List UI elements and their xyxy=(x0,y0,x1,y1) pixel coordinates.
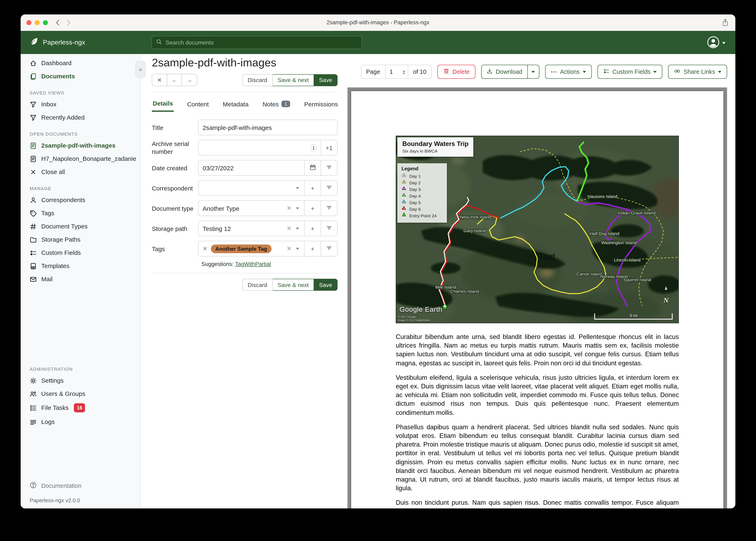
user-menu[interactable] xyxy=(707,36,725,50)
storage-path-select[interactable]: Testing 12 ✕ xyxy=(198,221,304,236)
asn-plus-one-button[interactable]: +1 xyxy=(321,140,337,155)
edit-tabs: Details Content Metadata Notes1 Permissi… xyxy=(152,98,338,112)
custom-fields-icon xyxy=(603,68,610,76)
add-tag-button[interactable]: + xyxy=(304,241,321,256)
document-type-select[interactable]: Another Type ✕ xyxy=(198,201,304,216)
calendar-button[interactable] xyxy=(304,161,321,175)
close-window-button[interactable] xyxy=(26,20,31,25)
custom-fields-icon xyxy=(30,249,37,256)
sidebar-item-inbox[interactable]: Inbox xyxy=(21,98,140,111)
map-island-label: Washington Island xyxy=(601,240,637,245)
sidebar-collapse-button[interactable]: « xyxy=(135,61,146,78)
correspondent-filter-button[interactable] xyxy=(321,181,337,196)
asn-stepper[interactable]: ▲▼ xyxy=(311,144,317,151)
search-bar[interactable] xyxy=(151,36,362,49)
tab-notes[interactable]: Notes1 xyxy=(262,98,291,112)
sidebar-item-dashboard[interactable]: Dashboard xyxy=(21,57,140,70)
share-icon[interactable] xyxy=(722,19,729,28)
app-brand[interactable]: Paperless-ngx xyxy=(30,37,85,48)
delete-button[interactable]: Delete xyxy=(438,65,476,79)
search-input[interactable] xyxy=(165,39,357,46)
hash-icon xyxy=(30,223,37,230)
add-storage-path-button[interactable]: + xyxy=(304,221,321,236)
add-document-type-button[interactable]: + xyxy=(304,201,321,216)
clear-icon[interactable]: ✕ xyxy=(287,245,292,253)
next-document-button[interactable]: → xyxy=(182,74,197,86)
sidebar-item-documentation[interactable]: Documentation xyxy=(21,479,140,492)
previous-document-button[interactable]: ← xyxy=(167,74,182,86)
title-input[interactable] xyxy=(203,124,333,131)
legend-swatch-icon xyxy=(402,212,406,219)
sidebar-item-documents[interactable]: Documents xyxy=(21,70,140,83)
tab-content[interactable]: Content xyxy=(186,98,209,112)
share-links-dropdown[interactable]: Share Links xyxy=(668,65,727,79)
custom-fields-dropdown[interactable]: Custom Fields xyxy=(598,65,663,79)
clear-icon[interactable]: ✕ xyxy=(287,205,292,212)
sidebar-heading-manage: MANAGE xyxy=(21,179,140,194)
date-created-input[interactable] xyxy=(203,164,300,171)
file-text-icon xyxy=(30,155,37,162)
page-navigator: Page 1 ▲▼ of 10 xyxy=(361,65,432,79)
remove-tag-icon[interactable]: ✕ xyxy=(203,245,207,252)
template-icon xyxy=(30,263,37,270)
chevron-down-icon xyxy=(722,42,725,44)
page-number-input[interactable]: 1 ▲▼ xyxy=(385,65,408,78)
browser-forward-button[interactable] xyxy=(66,19,71,26)
minimize-window-button[interactable] xyxy=(35,20,40,25)
correspondent-select[interactable] xyxy=(198,181,304,196)
logs-icon xyxy=(30,418,37,425)
sidebar-item-document-types[interactable]: Document Types xyxy=(21,220,140,233)
chevron-down-icon xyxy=(653,71,657,73)
sidebar-item-logs[interactable]: Logs xyxy=(21,415,140,428)
page-stepper[interactable]: ▲▼ xyxy=(403,70,405,74)
pdf-preview-pane[interactable]: Hausons IslandNew York IslandGary Island… xyxy=(347,87,727,508)
save-next-button[interactable]: Save & next xyxy=(273,279,314,291)
actions-dropdown[interactable]: ⋯ Actions xyxy=(545,65,592,79)
sidebar-item-tags[interactable]: Tags xyxy=(21,207,140,220)
discard-button[interactable]: Discard xyxy=(242,279,273,291)
suggestion-link[interactable]: TagWithPartial xyxy=(235,261,271,267)
sidebar-item-correspondents[interactable]: Correspondents xyxy=(21,194,140,207)
sidebar-item-mail[interactable]: Mail xyxy=(21,272,140,286)
sidebar-item-templates[interactable]: Templates xyxy=(21,260,140,272)
download-button[interactable]: Download xyxy=(482,65,527,78)
tab-metadata[interactable]: Metadata xyxy=(222,98,249,112)
sidebar-item-recently-added[interactable]: Recently Added xyxy=(21,111,140,124)
save-next-button[interactable]: Save & next xyxy=(273,74,314,86)
clear-icon[interactable]: ✕ xyxy=(287,225,292,232)
tab-details[interactable]: Details xyxy=(152,98,174,112)
discard-button[interactable]: Discard xyxy=(242,74,273,86)
save-button[interactable]: Save xyxy=(314,279,338,291)
sidebar-item-file-tasks[interactable]: File Tasks16 xyxy=(21,400,140,415)
tags-select[interactable]: ✕ Another Sample Tag ✕ xyxy=(198,241,304,256)
sidebar-item-2sample-pdf-with-images[interactable]: 2sample-pdf-with-images xyxy=(21,139,140,152)
sidebar-item-label: Recently Added xyxy=(41,114,85,121)
file-text-icon xyxy=(30,142,37,149)
zoom-window-button[interactable] xyxy=(43,20,48,25)
sidebar-item-h7-napoleon-bonaparte-zadanie[interactable]: H7_Napoleon_Bonaparte_zadanie xyxy=(21,152,140,165)
tags-filter-button[interactable] xyxy=(321,241,337,256)
sidebar-item-users-groups[interactable]: Users & Groups xyxy=(21,387,140,400)
save-button[interactable]: Save xyxy=(314,74,338,86)
close-document-button[interactable]: ✕ xyxy=(152,74,167,86)
asn-input[interactable] xyxy=(203,144,307,151)
sidebar-item-settings[interactable]: Settings xyxy=(21,374,140,387)
download-options-button[interactable] xyxy=(527,65,539,78)
sidebar-heading-administration: ADMINISTRATION xyxy=(21,359,140,374)
open-doc-nav-group: ✕ ← → xyxy=(152,74,197,86)
date-filter-button[interactable] xyxy=(321,161,337,175)
asn-field-label: Archive serial number xyxy=(152,140,198,156)
legend-swatch-icon xyxy=(402,186,406,193)
person-icon xyxy=(30,197,37,204)
tag-chip[interactable]: Another Sample Tag xyxy=(211,244,272,253)
sidebar-item-custom-fields[interactable]: Custom Fields xyxy=(21,246,140,260)
date-created-field xyxy=(198,160,338,176)
sidebar-item-close-all[interactable]: Close all xyxy=(21,165,140,179)
tab-permissions[interactable]: Permissions xyxy=(303,98,339,112)
document-type-filter-button[interactable] xyxy=(321,201,337,216)
sidebar-item-storage-paths[interactable]: Storage Paths xyxy=(21,233,140,246)
add-correspondent-button[interactable]: + xyxy=(304,181,321,196)
browser-back-button[interactable] xyxy=(55,19,60,26)
app-version: Paperless-ngx v2.0.0 xyxy=(21,492,140,503)
storage-path-filter-button[interactable] xyxy=(321,221,337,236)
